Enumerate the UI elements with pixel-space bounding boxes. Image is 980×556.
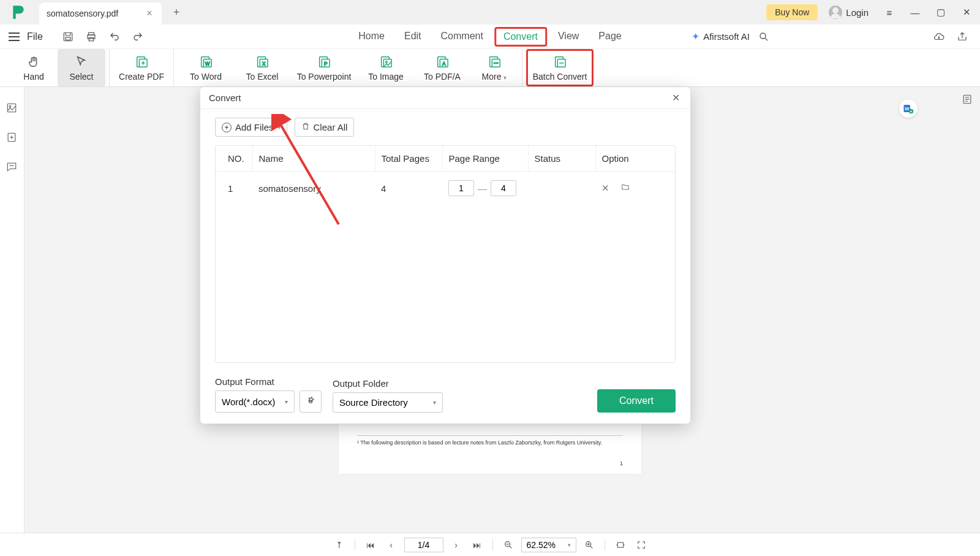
range-to-input[interactable] <box>491 180 516 196</box>
dialog-close-icon[interactable]: ✕ <box>669 92 682 104</box>
tool-create-pdf-label: Create PDF <box>119 72 164 82</box>
fit-page-icon[interactable] <box>633 537 649 553</box>
menu-icon[interactable]: ≡ <box>880 2 899 22</box>
clear-all-button[interactable]: Clear All <box>295 118 355 137</box>
tab-page[interactable]: Page <box>590 27 630 47</box>
tool-hand[interactable]: Hand <box>10 49 58 86</box>
cell-total-pages: 4 <box>375 172 442 205</box>
properties-icon[interactable] <box>961 93 974 107</box>
convert-dialog: Convert ✕ + Add Files ▾ Clear All NO. <box>200 87 690 424</box>
output-folder-select[interactable]: Source Directory ▾ <box>333 392 443 413</box>
page-indicator[interactable]: 1/4 <box>404 538 443 552</box>
cell-no: 1 <box>216 172 252 205</box>
tool-to-excel-label: To Excel <box>246 72 279 82</box>
tab-edit[interactable]: Edit <box>396 27 430 47</box>
output-folder-value: Source Directory <box>339 397 408 408</box>
tool-to-pdfa[interactable]: A To PDF/A <box>414 49 470 86</box>
tool-batch-convert[interactable]: Batch Convert <box>526 49 594 86</box>
maximize-icon[interactable]: ▢ <box>931 2 951 22</box>
first-page-icon[interactable]: ⏮ <box>363 537 379 553</box>
tool-to-powerpoint[interactable]: P To Powerpoint <box>290 49 358 86</box>
close-tab-icon[interactable]: × <box>145 8 154 19</box>
svg-text:P: P <box>324 61 328 66</box>
file-menu[interactable]: File <box>27 31 43 42</box>
create-pdf-icon <box>134 55 149 69</box>
svg-rect-41 <box>617 543 623 547</box>
tab-convert[interactable]: Convert <box>494 27 547 47</box>
minimize-icon[interactable]: — <box>905 2 925 22</box>
output-folder-label: Output Folder <box>333 378 443 389</box>
col-no: NO. <box>216 146 252 172</box>
to-excel-icon: X <box>255 55 270 69</box>
select-icon <box>74 55 89 69</box>
to-powerpoint-icon: P <box>317 55 331 69</box>
last-page-icon[interactable]: ⏭ <box>469 537 485 553</box>
zoom-select[interactable]: 62.52% ▾ <box>521 538 576 552</box>
convert-button[interactable]: Convert <box>597 389 676 413</box>
batch-convert-icon <box>552 55 567 69</box>
format-settings-button[interactable] <box>300 390 322 413</box>
search-icon[interactable] <box>755 28 773 46</box>
share-icon[interactable] <box>953 28 971 46</box>
tool-to-word[interactable]: W To Word <box>178 49 234 86</box>
chevron-down-icon: ▾ <box>433 399 436 406</box>
svg-text:W: W <box>205 61 210 66</box>
add-files-button[interactable]: + Add Files ▾ <box>215 118 287 137</box>
thumbnails-icon[interactable] <box>6 102 19 115</box>
avatar-icon <box>829 6 842 19</box>
svg-point-25 <box>494 62 495 63</box>
tab-home[interactable]: Home <box>350 27 393 47</box>
hamburger-icon[interactable] <box>9 32 20 41</box>
output-format-select[interactable]: Word(*.docx) ▾ <box>215 390 295 413</box>
undo-icon[interactable] <box>105 28 124 46</box>
prev-page-icon[interactable]: ‹ <box>383 537 399 553</box>
output-format-label: Output Format <box>215 376 322 387</box>
new-tab-button[interactable]: + <box>168 4 185 21</box>
svg-point-5 <box>760 33 766 39</box>
tool-to-excel[interactable]: X To Excel <box>234 49 290 86</box>
document-page: ¹ The following description is based on … <box>339 424 641 474</box>
col-name: Name <box>252 146 375 172</box>
footnote-text: ¹ The following description is based on … <box>357 440 623 446</box>
tab-comment[interactable]: Comment <box>432 27 492 47</box>
tool-to-image[interactable]: To Image <box>358 49 414 86</box>
login-button[interactable]: Login <box>824 3 873 21</box>
plus-circle-icon: + <box>222 123 232 132</box>
cell-page-range: — <box>442 172 528 205</box>
fit-width-icon[interactable] <box>612 537 628 553</box>
open-folder-icon[interactable] <box>620 183 630 194</box>
svg-text:X: X <box>262 61 266 66</box>
tool-create-pdf[interactable]: Create PDF <box>113 49 170 86</box>
tool-more[interactable]: More ▾ <box>470 49 518 86</box>
dialog-header: Convert ✕ <box>200 87 690 109</box>
dialog-title: Convert <box>209 93 241 103</box>
word-float-icon[interactable]: W <box>899 99 918 118</box>
tool-to-pdfa-label: To PDF/A <box>424 72 461 82</box>
tool-select[interactable]: Select <box>58 49 105 86</box>
cloud-icon[interactable] <box>930 28 948 46</box>
scroll-top-icon[interactable]: ⤒ <box>331 537 347 553</box>
cell-status <box>528 172 595 205</box>
tab-view[interactable]: View <box>549 27 587 47</box>
zoom-out-icon[interactable] <box>500 537 516 553</box>
bookmarks-icon[interactable] <box>6 131 19 145</box>
close-window-icon[interactable]: ✕ <box>957 2 976 22</box>
document-tab[interactable]: somatosensory.pdf × <box>39 2 162 25</box>
redo-icon[interactable] <box>129 28 147 46</box>
clear-all-label: Clear All <box>314 122 348 132</box>
app-logo <box>10 4 27 21</box>
remove-row-icon[interactable]: ✕ <box>601 183 609 194</box>
zoom-value: 62.52% <box>527 540 556 550</box>
ai-button[interactable]: ✦ Afirstsoft AI <box>692 31 750 42</box>
col-status: Status <box>528 146 595 172</box>
svg-point-31 <box>9 105 11 107</box>
comments-icon[interactable] <box>6 161 19 174</box>
range-from-input[interactable] <box>448 180 474 196</box>
chevron-down-icon: ▾ <box>568 542 571 548</box>
next-page-icon[interactable]: › <box>448 537 464 553</box>
zoom-in-icon[interactable] <box>581 537 597 553</box>
save-icon[interactable] <box>59 28 77 46</box>
files-table: NO. Name Total Pages Page Range Status O… <box>215 145 676 363</box>
buy-now-button[interactable]: Buy Now <box>766 4 818 20</box>
print-icon[interactable] <box>82 28 100 46</box>
